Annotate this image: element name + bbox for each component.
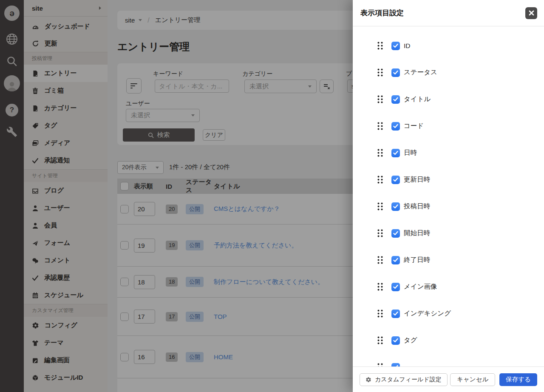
check-icon — [393, 71, 398, 75]
display-item-row: タグ — [353, 327, 544, 354]
display-item-row: メイン画像 — [353, 273, 544, 300]
drag-handle-icon[interactable] — [377, 122, 383, 130]
item-checkbox-checked[interactable] — [391, 122, 400, 131]
item-checkbox-checked[interactable] — [391, 42, 400, 50]
display-item-row: インデキシング — [353, 300, 544, 327]
display-item-label: タイトル — [404, 95, 431, 104]
drag-handle-icon[interactable] — [377, 176, 383, 184]
drag-handle-icon[interactable] — [377, 229, 383, 237]
display-item-row: タイトル — [353, 86, 544, 113]
display-item-row: ステータス — [353, 59, 544, 86]
modal-title: 表示項目設定 — [360, 8, 404, 18]
display-item-label: 終了日時 — [404, 256, 430, 264]
check-icon — [393, 205, 398, 209]
check-icon — [393, 97, 398, 102]
display-item-row: 更新日時 — [353, 166, 544, 193]
check-icon — [393, 285, 398, 289]
check-icon — [393, 231, 398, 236]
drag-handle-icon[interactable] — [377, 310, 383, 318]
display-items-list: ID ステータス タイトル コード 日時 — [353, 26, 544, 366]
display-item-label: 更新日時 — [404, 175, 430, 184]
display-item-label: メイン画像 — [404, 282, 437, 291]
drag-handle-icon[interactable] — [377, 336, 383, 344]
custom-fields-button[interactable]: カスタムフィールド設定 — [360, 373, 448, 386]
modal-footer: カスタムフィールド設定 キャンセル 保存する — [353, 366, 544, 392]
check-icon — [393, 124, 398, 128]
display-item-row: 終了日時 — [353, 247, 544, 273]
drag-handle-icon[interactable] — [377, 149, 383, 157]
check-icon — [393, 151, 398, 155]
display-item-label: 投稿日時 — [404, 202, 430, 211]
check-icon — [393, 312, 398, 316]
custom-fields-label: カスタムフィールド設定 — [375, 376, 442, 383]
check-icon — [393, 338, 398, 343]
display-item-label: ステータス — [404, 68, 437, 77]
display-settings-modal: 表示項目設定 ID ステータス タイトル — [353, 0, 544, 392]
item-checkbox-checked[interactable] — [391, 176, 400, 184]
gear-icon — [366, 377, 371, 383]
display-item-label: コード — [404, 122, 424, 131]
display-item-row: ID — [353, 32, 544, 59]
drag-handle-icon[interactable] — [377, 42, 383, 50]
item-checkbox-checked[interactable] — [391, 310, 400, 318]
close-button[interactable] — [525, 7, 537, 19]
modal-header: 表示項目設定 — [353, 0, 544, 26]
close-icon — [529, 10, 534, 16]
display-item-row: 日時 — [353, 139, 544, 166]
check-icon — [393, 258, 398, 262]
item-checkbox-checked[interactable] — [391, 229, 400, 238]
item-checkbox-checked[interactable] — [391, 283, 400, 291]
save-button[interactable]: 保存する — [499, 373, 537, 386]
item-checkbox-checked[interactable] — [391, 363, 400, 367]
check-icon — [393, 44, 398, 48]
cancel-button[interactable]: キャンセル — [450, 373, 495, 386]
item-checkbox-checked[interactable] — [391, 149, 400, 157]
display-item-row: 投稿日時 — [353, 193, 544, 220]
drag-handle-icon[interactable] — [377, 283, 383, 291]
display-item-row: 開始日時 — [353, 220, 544, 247]
display-item-label: 日時 — [404, 148, 417, 157]
item-checkbox-checked[interactable] — [391, 336, 400, 345]
item-checkbox-checked[interactable] — [391, 202, 400, 211]
check-icon — [393, 178, 398, 182]
drag-handle-icon[interactable] — [377, 202, 383, 210]
display-item-row-partial — [353, 354, 544, 366]
app-window: ə ? — [0, 0, 544, 392]
display-item-row: コード — [353, 113, 544, 139]
display-item-label: 開始日時 — [404, 229, 430, 238]
display-item-label: タグ — [404, 336, 417, 345]
display-item-label: インデキシング — [404, 309, 451, 318]
item-checkbox-checked[interactable] — [391, 68, 400, 77]
drag-handle-icon[interactable] — [377, 256, 383, 264]
item-checkbox-checked[interactable] — [391, 256, 400, 264]
display-item-label: ID — [404, 42, 411, 50]
drag-handle-icon[interactable] — [377, 363, 383, 366]
drag-handle-icon[interactable] — [377, 95, 383, 103]
item-checkbox-checked[interactable] — [391, 95, 400, 104]
drag-handle-icon[interactable] — [377, 68, 383, 77]
